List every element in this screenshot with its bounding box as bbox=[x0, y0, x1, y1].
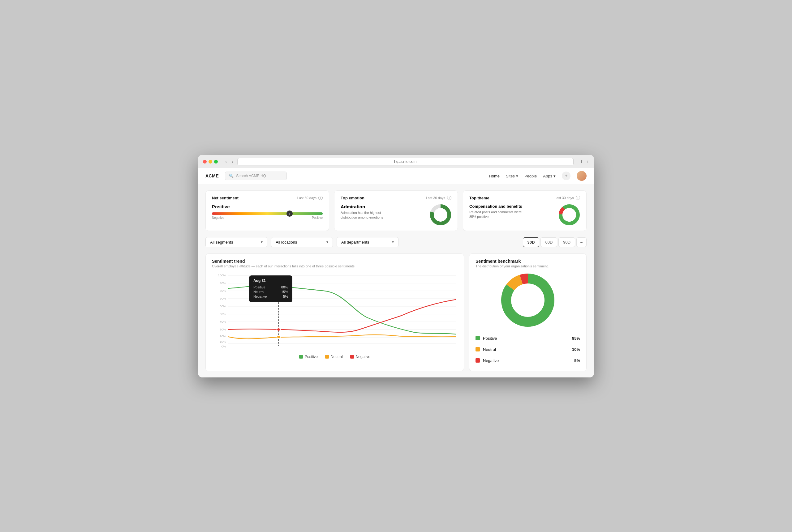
time-buttons: 30D 60D 90D ··· bbox=[523, 238, 587, 247]
nav-home[interactable]: Home bbox=[489, 174, 500, 178]
add-tab-icon[interactable]: + bbox=[587, 159, 589, 164]
departments-filter[interactable]: All departments ▾ bbox=[337, 237, 399, 247]
theme-name: Compensation and benefits bbox=[469, 204, 525, 209]
top-theme-title: Top theme bbox=[469, 196, 490, 200]
add-button[interactable]: + bbox=[562, 172, 570, 180]
gauge-max-label: Positive bbox=[312, 216, 323, 220]
sentiment-trend-title: Sentiment trend bbox=[212, 259, 458, 264]
bottom-panels: Sentiment trend Overall employee attitud… bbox=[205, 253, 587, 371]
nav-links: Home Sites ▾ People Apps ▾ + bbox=[489, 171, 587, 181]
filters-row: All segments ▾ All locations ▾ All depar… bbox=[205, 237, 587, 247]
search-bar[interactable]: 🔍 Search ACME HQ bbox=[225, 172, 287, 180]
address-bar[interactable]: hq.acme.com bbox=[237, 158, 574, 165]
benchmark-positive-dot bbox=[476, 336, 480, 340]
locations-label: All locations bbox=[276, 240, 297, 245]
legend-neutral-label: Neutral bbox=[331, 355, 343, 359]
benchmark-positive-label: Positive bbox=[483, 336, 497, 341]
minimize-button[interactable] bbox=[208, 160, 212, 164]
tooltip-neutral-label: Neutral bbox=[253, 290, 264, 294]
sentiment-benchmark-panel: Sentiment benchmark The distribution of … bbox=[469, 253, 587, 371]
net-sentiment-meta: Last 30 days i bbox=[297, 196, 323, 200]
browser-chrome: ‹ › hq.acme.com ⬆ + bbox=[198, 155, 594, 168]
gauge-indicator: ↓ bbox=[287, 210, 293, 217]
svg-text:40%: 40% bbox=[220, 320, 226, 323]
chart-legend: Positive Neutral Negative bbox=[212, 355, 458, 359]
segments-chevron: ▾ bbox=[261, 240, 263, 244]
benchmark-negative-value: 5% bbox=[574, 358, 580, 363]
legend-negative-label: Negative bbox=[356, 355, 370, 359]
chart-container: Aug 31 Positive 80% Neutral 15% Negative… bbox=[212, 272, 458, 351]
tooltip-neutral-value: 15% bbox=[281, 290, 288, 294]
theme-desc: Related posts and comments were 85% posi… bbox=[469, 210, 525, 220]
theme-donut-chart bbox=[558, 204, 580, 226]
svg-text:70%: 70% bbox=[220, 297, 226, 300]
top-emotion-info-icon[interactable]: i bbox=[447, 196, 452, 200]
close-button[interactable] bbox=[203, 160, 207, 164]
svg-point-28 bbox=[277, 328, 280, 331]
benchmark-neutral-row: Neutral 10% bbox=[476, 344, 580, 355]
tooltip-positive-value: 80% bbox=[281, 285, 288, 289]
app-navbar: ACME 🔍 Search ACME HQ Home Sites ▾ Peopl… bbox=[198, 168, 594, 184]
benchmark-negative-row: Negative 5% bbox=[476, 355, 580, 366]
benchmark-negative-dot bbox=[476, 358, 480, 363]
svg-text:90%: 90% bbox=[220, 281, 226, 284]
more-options-button[interactable]: ··· bbox=[576, 238, 587, 247]
benchmark-donut-chart bbox=[500, 272, 556, 328]
emotion-donut-chart bbox=[430, 204, 452, 226]
time-btn-60d[interactable]: 60D bbox=[540, 238, 557, 247]
share-icon[interactable]: ⬆ bbox=[580, 159, 584, 164]
avatar[interactable] bbox=[577, 171, 587, 181]
browser-frame: ‹ › hq.acme.com ⬆ + ACME 🔍 Search ACME H… bbox=[198, 155, 594, 377]
top-emotion-meta: Last 30 days i bbox=[426, 196, 452, 200]
forward-button[interactable]: › bbox=[231, 158, 235, 165]
benchmark-neutral-dot bbox=[476, 347, 480, 352]
departments-label: All departments bbox=[341, 240, 369, 245]
benchmark-neutral-label: Neutral bbox=[483, 347, 496, 352]
legend-negative: Negative bbox=[350, 355, 370, 359]
top-theme-meta: Last 30 days i bbox=[555, 196, 580, 200]
legend-positive: Positive bbox=[299, 355, 318, 359]
traffic-lights bbox=[203, 160, 218, 164]
benchmark-title: Sentiment benchmark bbox=[476, 259, 580, 264]
top-emotion-title: Top emotion bbox=[340, 196, 365, 200]
tooltip-negative-value: 5% bbox=[283, 294, 288, 298]
locations-chevron: ▾ bbox=[326, 240, 328, 244]
search-icon: 🔍 bbox=[229, 174, 234, 178]
emotion-name: Admiration bbox=[340, 204, 396, 209]
nav-people[interactable]: People bbox=[524, 174, 537, 178]
maximize-button[interactable] bbox=[214, 160, 218, 164]
top-emotion-card: Top emotion Last 30 days i Admiration Ad… bbox=[334, 190, 458, 231]
time-btn-90d[interactable]: 90D bbox=[558, 238, 575, 247]
svg-point-33 bbox=[512, 284, 544, 316]
top-theme-info-icon[interactable]: i bbox=[576, 196, 580, 200]
svg-text:100%: 100% bbox=[218, 273, 226, 277]
tooltip-positive-label: Positive bbox=[253, 285, 265, 289]
time-btn-30d[interactable]: 30D bbox=[523, 238, 539, 247]
net-sentiment-title: Net sentiment bbox=[212, 196, 239, 200]
tooltip-negative-label: Negative bbox=[253, 294, 267, 298]
nav-sites[interactable]: Sites ▾ bbox=[506, 174, 518, 178]
sentiment-label: Positive bbox=[212, 204, 323, 209]
benchmark-legend: Positive 85% Neutral 10% bbox=[476, 333, 580, 366]
benchmark-negative-label: Negative bbox=[483, 358, 499, 363]
sentiment-gauge: ↓ Negative Positive bbox=[212, 212, 323, 220]
benchmark-positive-value: 85% bbox=[572, 336, 580, 341]
sentiment-trend-subtitle: Overall employee attitude — each of our … bbox=[212, 264, 458, 268]
benchmark-positive-row: Positive 85% bbox=[476, 333, 580, 344]
legend-neutral: Neutral bbox=[325, 355, 343, 359]
emotion-content: Admiration Admiration has the highest di… bbox=[340, 204, 452, 226]
svg-text:10%: 10% bbox=[220, 340, 226, 343]
svg-text:20%: 20% bbox=[220, 335, 226, 338]
svg-text:50%: 50% bbox=[220, 312, 226, 315]
svg-text:30%: 30% bbox=[220, 328, 226, 331]
svg-point-4 bbox=[563, 208, 576, 222]
segments-label: All segments bbox=[210, 240, 233, 245]
departments-chevron: ▾ bbox=[392, 240, 394, 244]
net-sentiment-info-icon[interactable]: i bbox=[318, 196, 323, 200]
benchmark-subtitle: The distribution of your organization's … bbox=[476, 264, 580, 268]
nav-apps[interactable]: Apps ▾ bbox=[543, 174, 556, 178]
segments-filter[interactable]: All segments ▾ bbox=[205, 237, 267, 247]
tooltip-date: Aug 31 bbox=[253, 279, 288, 283]
locations-filter[interactable]: All locations ▾ bbox=[271, 237, 333, 247]
back-button[interactable]: ‹ bbox=[224, 158, 228, 165]
